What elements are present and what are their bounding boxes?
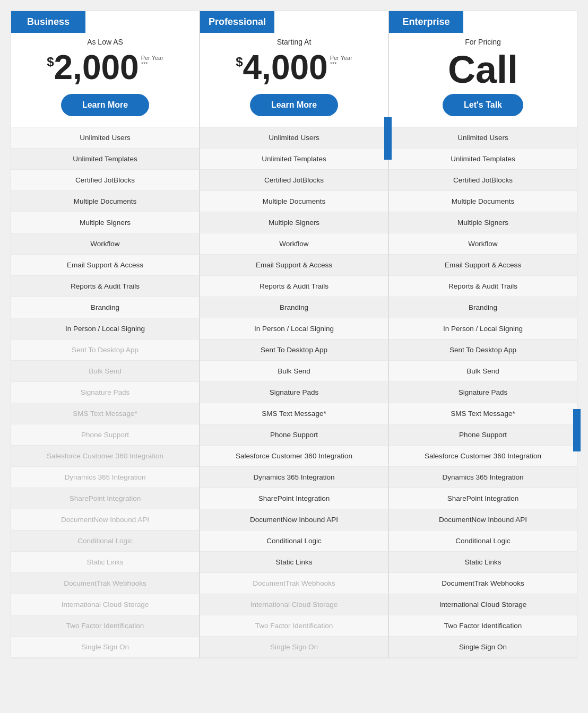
feature-row-business-5: Workflow — [11, 233, 199, 255]
feature-row-professional-3: Multiple Documents — [200, 191, 388, 212]
feature-row-business-14: Phone Support — [11, 424, 199, 446]
feature-row-professional-5: Workflow — [200, 233, 388, 255]
feature-row-enterprise-4: Multiple Signers — [389, 212, 577, 233]
feature-row-business-6: Email Support & Access — [11, 255, 199, 276]
plan-subtitle-professional: Starting At — [211, 38, 377, 46]
plan-accent-right-enterprise — [573, 409, 581, 451]
feature-row-enterprise-2: Certified JotBlocks — [389, 170, 577, 191]
feature-row-enterprise-17: SharePoint Integration — [389, 488, 577, 509]
feature-row-enterprise-13: SMS Text Message* — [389, 403, 577, 424]
feature-row-business-21: DocumentTrak Webhooks — [11, 573, 199, 594]
feature-row-professional-19: Conditional Logic — [200, 531, 388, 552]
feature-row-business-2: Certified JotBlocks — [11, 170, 199, 191]
feature-row-professional-22: International Cloud Storage — [200, 594, 388, 615]
feature-row-business-16: Dynamics 365 Integration — [11, 467, 199, 488]
feature-row-business-18: DocumentNow Inbound API — [11, 509, 199, 531]
feature-row-professional-2: Certified JotBlocks — [200, 170, 388, 191]
price-per-year-business: Per Year*** — [141, 55, 163, 67]
feature-row-business-17: SharePoint Integration — [11, 488, 199, 509]
feature-row-enterprise-9: In Person / Local Signing — [389, 318, 577, 340]
feature-row-professional-16: Dynamics 365 Integration — [200, 467, 388, 488]
feature-row-professional-1: Unlimited Templates — [200, 149, 388, 170]
feature-row-professional-23: Two Factor Identification — [200, 615, 388, 637]
feature-row-professional-24: Single Sign On — [200, 637, 388, 658]
feature-row-business-8: Branding — [11, 297, 199, 318]
plan-subtitle-enterprise: For Pricing — [400, 38, 566, 46]
feature-row-enterprise-14: Phone Support — [389, 424, 577, 446]
feature-row-enterprise-10: Sent To Desktop App — [389, 340, 577, 361]
feature-row-professional-15: Salesforce Customer 360 Integration — [200, 446, 388, 467]
plan-header-professional: Professional — [200, 11, 274, 33]
price-amount-professional: 4,000 — [243, 50, 328, 84]
feature-row-business-7: Reports & Audit Trails — [11, 276, 199, 297]
feature-row-enterprise-1: Unlimited Templates — [389, 149, 577, 170]
plan-header-enterprise: Enterprise — [389, 11, 463, 33]
feature-row-business-13: SMS Text Message* — [11, 403, 199, 424]
plan-accent-right — [384, 117, 392, 160]
feature-row-enterprise-16: Dynamics 365 Integration — [389, 467, 577, 488]
feature-row-enterprise-6: Email Support & Access — [389, 255, 577, 276]
feature-row-professional-9: In Person / Local Signing — [200, 318, 388, 340]
feature-row-business-1: Unlimited Templates — [11, 149, 199, 170]
feature-row-enterprise-7: Reports & Audit Trails — [389, 276, 577, 297]
feature-row-professional-18: DocumentNow Inbound API — [200, 509, 388, 531]
feature-row-professional-12: Signature Pads — [200, 382, 388, 403]
feature-row-business-9: In Person / Local Signing — [11, 318, 199, 340]
feature-row-business-4: Multiple Signers — [11, 212, 199, 233]
feature-row-enterprise-0: Unlimited Users — [389, 127, 577, 149]
feature-row-business-20: Static Links — [11, 552, 199, 573]
feature-row-professional-7: Reports & Audit Trails — [200, 276, 388, 297]
feature-row-enterprise-3: Multiple Documents — [389, 191, 577, 212]
feature-row-professional-21: DocumentTrak Webhooks — [200, 573, 388, 594]
feature-row-enterprise-24: Single Sign On — [389, 637, 577, 658]
price-amount-business: 2,000 — [54, 50, 139, 84]
feature-row-enterprise-21: DocumentTrak Webhooks — [389, 573, 577, 594]
feature-row-enterprise-20: Static Links — [389, 552, 577, 573]
plan-btn-enterprise[interactable]: Let's Talk — [443, 94, 523, 116]
feature-row-enterprise-12: Signature Pads — [389, 382, 577, 403]
plan-call-enterprise: Call — [400, 50, 566, 89]
pricing-container: BusinessAs Low AS$2,000Per Year***Learn … — [11, 11, 577, 658]
price-dollar-professional: $ — [236, 55, 243, 69]
plan-card-enterprise: EnterpriseFor PricingCallLet's TalkUnlim… — [388, 11, 577, 658]
feature-row-business-15: Salesforce Customer 360 Integration — [11, 446, 199, 467]
plan-header-business: Business — [11, 11, 85, 33]
feature-row-business-22: International Cloud Storage — [11, 594, 199, 615]
feature-row-enterprise-11: Bulk Send — [389, 361, 577, 382]
feature-row-professional-0: Unlimited Users — [200, 127, 388, 149]
feature-row-business-0: Unlimited Users — [11, 127, 199, 149]
feature-row-professional-20: Static Links — [200, 552, 388, 573]
feature-row-enterprise-15: Salesforce Customer 360 Integration — [389, 446, 577, 467]
price-row-professional: $4,000Per Year*** — [211, 50, 377, 84]
feature-row-professional-8: Branding — [200, 297, 388, 318]
feature-row-professional-13: SMS Text Message* — [200, 403, 388, 424]
feature-row-professional-14: Phone Support — [200, 424, 388, 446]
plan-card-professional: ProfessionalStarting At$4,000Per Year***… — [200, 11, 388, 658]
feature-row-professional-17: SharePoint Integration — [200, 488, 388, 509]
price-row-business: $2,000Per Year*** — [22, 50, 188, 84]
feature-row-enterprise-19: Conditional Logic — [389, 531, 577, 552]
plan-btn-business[interactable]: Learn More — [61, 94, 149, 116]
feature-row-business-12: Signature Pads — [11, 382, 199, 403]
feature-row-enterprise-5: Workflow — [389, 233, 577, 255]
plan-btn-professional[interactable]: Learn More — [250, 94, 338, 116]
feature-row-professional-11: Bulk Send — [200, 361, 388, 382]
feature-row-business-10: Sent To Desktop App — [11, 340, 199, 361]
price-per-year-professional: Per Year*** — [330, 55, 352, 67]
feature-row-business-19: Conditional Logic — [11, 531, 199, 552]
feature-row-enterprise-22: International Cloud Storage — [389, 594, 577, 615]
feature-row-enterprise-18: DocumentNow Inbound API — [389, 509, 577, 531]
feature-row-business-23: Two Factor Identification — [11, 615, 199, 637]
plan-card-business: BusinessAs Low AS$2,000Per Year***Learn … — [11, 11, 200, 658]
plan-subtitle-business: As Low AS — [22, 38, 188, 46]
feature-row-professional-4: Multiple Signers — [200, 212, 388, 233]
feature-row-business-3: Multiple Documents — [11, 191, 199, 212]
feature-row-professional-10: Sent To Desktop App — [200, 340, 388, 361]
feature-row-professional-6: Email Support & Access — [200, 255, 388, 276]
feature-row-enterprise-8: Branding — [389, 297, 577, 318]
feature-row-business-11: Bulk Send — [11, 361, 199, 382]
feature-row-enterprise-23: Two Factor Identification — [389, 615, 577, 637]
price-dollar-business: $ — [47, 55, 54, 69]
feature-row-business-24: Single Sign On — [11, 637, 199, 658]
